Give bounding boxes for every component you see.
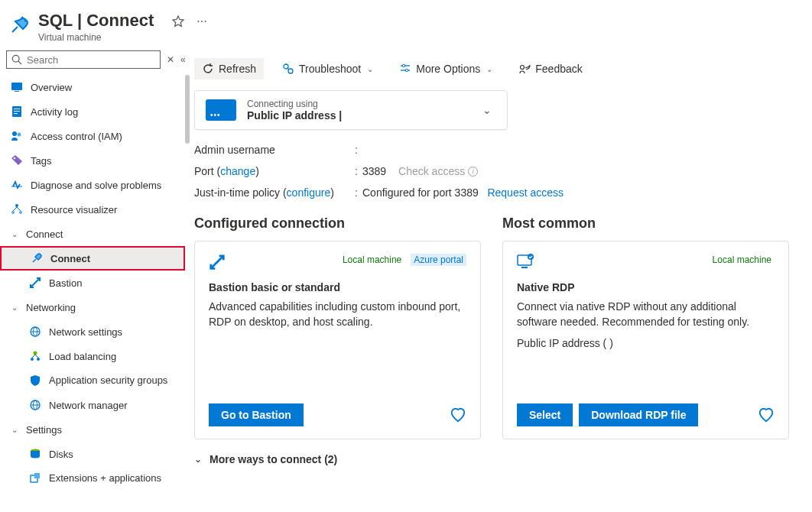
- sidebar-item-activity-log[interactable]: Activity log: [0, 99, 185, 124]
- svg-rect-3: [15, 91, 19, 92]
- svg-point-34: [521, 66, 525, 70]
- toolbar-label: Refresh: [219, 63, 256, 75]
- sidebar-item-network-manager[interactable]: Network manager: [0, 393, 185, 417]
- select-button[interactable]: Select: [517, 403, 573, 426]
- sidebar-item-label: Resource visualizer: [31, 204, 117, 215]
- svg-point-12: [15, 204, 18, 207]
- sidebar-item-extensions[interactable]: Extensions + applications: [0, 466, 185, 491]
- most-common-section: Most common Local machine Native RDP: [502, 215, 789, 439]
- card-desc: Connect via native RDP without any addit…: [517, 300, 775, 329]
- badge-local-machine: Local machine: [710, 254, 775, 266]
- svg-rect-2: [11, 83, 22, 90]
- sidebar-item-access-control[interactable]: Access control (IAM): [0, 124, 185, 148]
- shield-icon: [29, 374, 41, 387]
- feedback-button[interactable]: Feedback: [511, 58, 590, 79]
- card-title: Native RDP: [517, 281, 775, 293]
- download-rdp-button[interactable]: Download RDP file: [579, 403, 698, 426]
- chevron-down-icon: ⌄: [11, 230, 18, 238]
- jit-value-row: Configured for port 3389 Request access: [362, 186, 789, 199]
- collapse-sidebar-icon[interactable]: «: [180, 54, 186, 65]
- sidebar-item-connect[interactable]: Connect: [0, 246, 185, 271]
- chevron-down-icon: ⌄: [486, 65, 492, 73]
- bastion-icon: [29, 277, 41, 289]
- sidebar-item-bastion[interactable]: Bastion: [0, 271, 185, 295]
- svg-rect-7: [14, 113, 18, 114]
- sidebar-item-label: Disks: [49, 449, 73, 460]
- svg-point-9: [18, 133, 21, 137]
- svg-rect-36: [521, 267, 528, 268]
- sidebar-group-connect[interactable]: ⌄ Connect: [0, 222, 185, 246]
- page-subtitle: Virtual machine: [38, 32, 154, 43]
- sliders-icon: [399, 63, 411, 75]
- sidebar-item-tags[interactable]: Tags: [0, 148, 185, 173]
- sidebar-item-label: Network manager: [49, 400, 128, 411]
- sidebar-item-resource-visualizer[interactable]: Resource visualizer: [0, 197, 185, 222]
- chevron-down-icon: ⌄: [194, 454, 202, 465]
- nav-list: Overview Activity log Access control (IA…: [0, 75, 190, 491]
- chevron-down-icon: ⌄: [482, 104, 492, 116]
- sidebar-item-label: Diagnose and solve problems: [31, 180, 161, 191]
- go-to-bastion-button[interactable]: Go to Bastion: [209, 403, 304, 426]
- search-input[interactable]: [27, 54, 155, 66]
- svg-point-19: [31, 358, 34, 361]
- svg-point-37: [528, 254, 534, 260]
- svg-rect-26: [34, 473, 40, 478]
- svg-point-31: [402, 64, 405, 67]
- jit-configure-link[interactable]: configure: [287, 186, 331, 199]
- log-icon: [11, 105, 23, 118]
- sidebar-item-network-settings[interactable]: Network settings: [0, 319, 185, 344]
- admin-username-label: Admin username: [194, 144, 355, 156]
- sidebar: ✕ « Overview Activity log Access contr: [0, 50, 190, 512]
- connect-icon: [31, 252, 43, 264]
- jit-label: Just-in-time policy (configure): [194, 186, 355, 199]
- people-icon: [11, 130, 23, 142]
- svg-point-10: [14, 157, 16, 160]
- port-value-row: 3389 Check access i: [362, 165, 789, 177]
- badge-local-machine: Local machine: [339, 254, 404, 266]
- sidebar-item-label: Application security groups: [49, 374, 167, 387]
- sidebar-item-diagnose[interactable]: Diagnose and solve problems: [0, 173, 185, 197]
- toolbar: Refresh Troubleshoot ⌄ More Options ⌄ Fe…: [190, 50, 812, 87]
- svg-point-8: [12, 131, 17, 136]
- favorite-heart-icon[interactable]: [450, 407, 466, 423]
- refresh-button[interactable]: Refresh: [194, 58, 264, 79]
- search-icon: [11, 54, 22, 65]
- search-clear-icon[interactable]: ✕: [167, 54, 174, 65]
- connecting-using-card[interactable]: Connecting using Public IP address | ⌄: [194, 90, 508, 130]
- sidebar-group-networking[interactable]: ⌄ Networking: [0, 295, 185, 319]
- check-access-link[interactable]: Check access i: [398, 165, 478, 177]
- sidebar-item-label: Overview: [31, 82, 72, 93]
- svg-point-18: [34, 352, 37, 355]
- sidebar-item-label: Bastion: [49, 277, 82, 289]
- sidebar-group-settings[interactable]: ⌄ Settings: [0, 417, 185, 442]
- scrollbar-thumb[interactable]: [185, 75, 190, 144]
- sidebar-scrollbar[interactable]: [185, 75, 190, 512]
- sidebar-item-asg[interactable]: Application security groups: [0, 368, 185, 393]
- sidebar-item-label: Network settings: [49, 326, 122, 338]
- more-ways-to-connect[interactable]: ⌄ More ways to connect (2): [194, 453, 789, 465]
- svg-rect-5: [14, 109, 20, 109]
- sidebar-item-label: Load balancing: [49, 351, 116, 362]
- info-grid: Admin username : Port (change) : 3389 Ch…: [194, 144, 789, 199]
- section-title: Configured connection: [194, 215, 481, 232]
- favorite-star-icon[interactable]: [172, 15, 184, 28]
- search-box[interactable]: [6, 50, 161, 69]
- bastion-card-icon: [209, 254, 226, 271]
- request-access-link[interactable]: Request access: [487, 186, 564, 199]
- favorite-heart-icon[interactable]: [758, 407, 775, 423]
- sidebar-item-disks[interactable]: Disks: [0, 442, 185, 466]
- troubleshoot-icon: [282, 63, 294, 75]
- feedback-icon: [518, 63, 531, 75]
- toolbar-label: Troubleshoot: [299, 63, 361, 75]
- svg-point-20: [37, 358, 40, 361]
- sidebar-item-load-balancing[interactable]: Load balancing: [0, 344, 185, 368]
- sidebar-item-overview[interactable]: Overview: [0, 75, 185, 99]
- more-options-button[interactable]: More Options ⌄: [391, 58, 500, 79]
- ip-address-icon: [206, 99, 236, 121]
- more-actions-icon[interactable]: ⋯: [197, 15, 208, 28]
- extensions-icon: [29, 472, 41, 484]
- troubleshoot-button[interactable]: Troubleshoot ⌄: [274, 58, 381, 79]
- port-label: Port (change): [194, 165, 355, 177]
- card-title: Bastion basic or standard: [209, 281, 466, 293]
- port-change-link[interactable]: change: [220, 165, 255, 177]
